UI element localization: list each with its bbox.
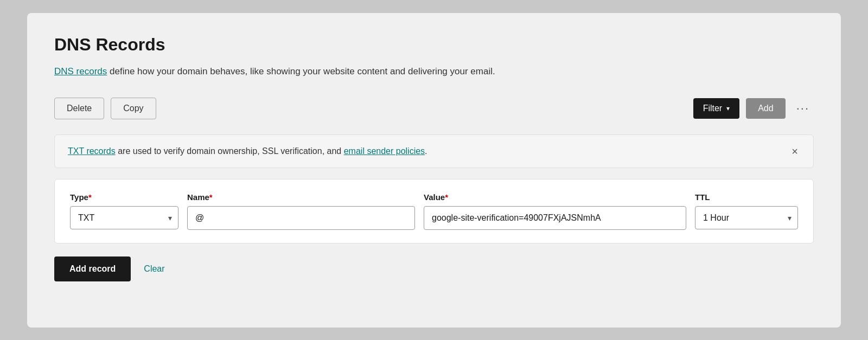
ttl-label: TTL — [695, 193, 798, 202]
page-title: DNS Records — [54, 35, 814, 55]
close-banner-button[interactable]: × — [789, 146, 800, 157]
filter-button[interactable]: Filter ▾ — [693, 98, 740, 119]
txt-records-link[interactable]: TXT records — [68, 146, 116, 156]
description: DNS records define how your domain behav… — [54, 65, 814, 79]
name-label: Name* — [187, 193, 415, 202]
clear-button[interactable]: Clear — [144, 264, 164, 274]
delete-button[interactable]: Delete — [54, 98, 104, 119]
type-select-wrapper: TXT A CNAME MX NS ▾ — [70, 206, 178, 229]
value-required-star: * — [445, 193, 448, 202]
toolbar-left: Delete Copy — [54, 98, 156, 119]
type-required-star: * — [88, 193, 92, 202]
filter-chevron-icon: ▾ — [726, 105, 730, 112]
dns-records-link[interactable]: DNS records — [54, 66, 107, 76]
toolbar-right: Filter ▾ Add ··· — [693, 98, 814, 119]
type-label: Type* — [70, 193, 178, 202]
name-required-star: * — [209, 193, 213, 202]
filter-label: Filter — [703, 104, 723, 113]
name-input[interactable] — [187, 206, 415, 230]
info-banner-text: TXT records are used to verify domain ow… — [68, 146, 427, 156]
ttl-form-group: TTL 1 Hour 30 Minutes 12 Hours 24 Hours … — [695, 193, 798, 229]
type-form-group: Type* TXT A CNAME MX NS ▾ — [70, 193, 178, 229]
form-container: Type* TXT A CNAME MX NS ▾ Name* — [54, 179, 814, 243]
email-sender-policies-link[interactable]: email sender policies — [344, 146, 425, 156]
add-button[interactable]: Add — [746, 98, 785, 119]
value-label: Value* — [424, 193, 686, 202]
action-row: Add record Clear — [54, 256, 814, 281]
info-banner: TXT records are used to verify domain ow… — [54, 134, 814, 168]
value-input[interactable] — [424, 206, 686, 230]
value-form-group: Value* — [424, 193, 686, 230]
ttl-select[interactable]: 1 Hour 30 Minutes 12 Hours 24 Hours — [695, 206, 798, 229]
form-row: Type* TXT A CNAME MX NS ▾ Name* — [70, 193, 798, 230]
main-container: DNS Records DNS records define how your … — [27, 13, 841, 328]
add-record-button[interactable]: Add record — [54, 256, 131, 281]
type-select[interactable]: TXT A CNAME MX NS — [70, 206, 178, 229]
toolbar: Delete Copy Filter ▾ Add ··· — [54, 98, 814, 119]
ttl-select-wrapper: 1 Hour 30 Minutes 12 Hours 24 Hours ▾ — [695, 206, 798, 229]
more-button[interactable]: ··· — [792, 99, 814, 118]
copy-button[interactable]: Copy — [111, 98, 156, 119]
name-form-group: Name* — [187, 193, 415, 230]
